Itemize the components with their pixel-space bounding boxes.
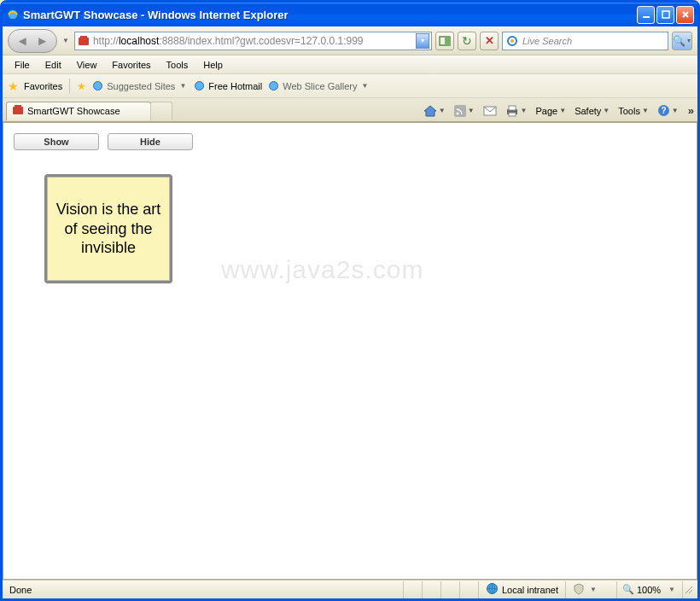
suggested-sites-link[interactable]: Suggested Sites ▼ (91, 79, 188, 92)
menu-edit[interactable]: Edit (38, 58, 68, 72)
back-forward-buttons[interactable]: ◄ ► (8, 29, 57, 53)
watermark-text: www.java2s.com (221, 255, 423, 284)
address-dropdown[interactable]: ▾ (416, 33, 429, 49)
status-cell (459, 581, 478, 598)
svg-rect-3 (79, 38, 89, 45)
bing-icon (505, 34, 519, 48)
favorites-label[interactable]: Favorites (24, 81, 62, 91)
show-button[interactable]: Show (14, 133, 99, 150)
maximize-button[interactable] (656, 6, 674, 24)
svg-rect-6 (445, 37, 450, 45)
menu-file[interactable]: File (8, 58, 37, 72)
minimize-button[interactable] (637, 6, 655, 24)
security-zone[interactable]: Local intranet (478, 581, 565, 598)
tab-active[interactable]: SmartGWT Showcase (6, 102, 151, 120)
close-button[interactable] (676, 6, 694, 24)
home-button[interactable]: ▼ (421, 103, 448, 119)
overflow-chevron[interactable]: » (688, 104, 694, 117)
svg-point-9 (94, 82, 102, 90)
ie-page-icon (267, 79, 280, 92)
tools-menu[interactable]: Tools▼ (615, 104, 651, 118)
note-box: Vision is the art of seeing the invisibl… (44, 174, 172, 283)
back-icon: ◄ (16, 33, 29, 48)
free-hotmail-link[interactable]: Free Hotmail (193, 79, 262, 92)
svg-point-10 (195, 82, 204, 90)
forward-icon: ► (36, 33, 49, 48)
nav-history-dropdown[interactable]: ▼ (62, 37, 69, 44)
tab-label: SmartGWT Showcase (27, 106, 120, 116)
stop-button[interactable]: ✕ (480, 32, 499, 50)
readmail-button[interactable] (481, 104, 499, 118)
search-button[interactable]: 🔍▾ (672, 32, 692, 50)
help-button[interactable]: ?▼ (655, 102, 681, 119)
menu-view[interactable]: View (70, 58, 104, 72)
refresh-button[interactable]: ↻ (458, 32, 476, 50)
svg-text:?: ? (661, 106, 666, 115)
nav-toolbar: ◄ ► ▼ http://localhost:8888/index.html?g… (3, 26, 697, 55)
separator (69, 79, 70, 94)
svg-rect-2 (662, 11, 669, 18)
svg-point-15 (456, 112, 458, 114)
status-cell (440, 581, 459, 598)
add-favorite-icon[interactable]: ★ (77, 80, 86, 92)
zone-icon (486, 582, 499, 597)
window-title: SmartGWT Showcase - Windows Internet Exp… (23, 9, 637, 21)
zoom-icon: 🔍 (622, 584, 634, 595)
status-done: Done (6, 585, 32, 595)
menu-bar: File Edit View Favorites Tools Help (3, 55, 697, 74)
svg-rect-13 (15, 105, 21, 108)
tab-favicon (12, 104, 24, 118)
ie-page-icon (193, 79, 206, 92)
zoom-control[interactable]: 🔍 100% ▼ (616, 581, 682, 598)
resize-grip[interactable] (682, 581, 694, 598)
site-favicon (77, 34, 90, 48)
new-tab-button[interactable] (150, 102, 172, 120)
menu-tools[interactable]: Tools (160, 58, 195, 72)
titlebar: SmartGWT Showcase - Windows Internet Exp… (3, 3, 697, 26)
menu-help[interactable]: Help (196, 58, 230, 72)
search-placeholder: Live Search (522, 36, 572, 46)
url-text: http://localhost:8888/index.html?gwt.cod… (93, 35, 416, 47)
status-bar: Done Local intranet ▼ 🔍 100% ▼ (3, 580, 697, 598)
ie-icon (6, 8, 20, 21)
svg-rect-18 (509, 106, 516, 110)
status-cell (403, 581, 422, 598)
svg-rect-19 (509, 113, 516, 116)
feeds-button[interactable]: ▼ (452, 103, 477, 119)
svg-point-11 (270, 82, 278, 90)
print-button[interactable]: ▼ (503, 103, 530, 119)
page-menu[interactable]: Page▼ (534, 104, 569, 118)
safety-menu[interactable]: Safety▼ (572, 104, 612, 118)
svg-rect-1 (643, 16, 650, 18)
tab-bar: SmartGWT Showcase ▼ ▼ ▼ Page▼ Safety▼ To… (3, 98, 697, 122)
address-bar[interactable]: http://localhost:8888/index.html?gwt.cod… (74, 32, 432, 50)
status-cell (422, 581, 440, 598)
shield-icon (573, 583, 585, 597)
web-slice-link[interactable]: Web Slice Gallery ▼ (267, 79, 370, 92)
svg-rect-12 (13, 107, 23, 114)
search-box[interactable]: Live Search (502, 32, 668, 50)
favorites-bar: ★ Favorites ★ Suggested Sites ▼ Free Hot… (3, 74, 697, 98)
protected-mode[interactable]: ▼ (565, 581, 616, 598)
hide-button[interactable]: Hide (108, 133, 193, 150)
ie-page-icon (91, 79, 104, 92)
compat-view-button[interactable] (435, 32, 454, 50)
menu-favorites[interactable]: Favorites (105, 58, 157, 72)
page-content: Show Hide Vision is the art of seeing th… (3, 122, 697, 580)
svg-rect-4 (80, 36, 87, 38)
svg-point-8 (510, 39, 514, 43)
zoom-value: 100% (637, 585, 661, 595)
favorites-star-icon[interactable]: ★ (8, 79, 19, 93)
note-text: Vision is the art of seeing the invisibl… (54, 200, 163, 258)
